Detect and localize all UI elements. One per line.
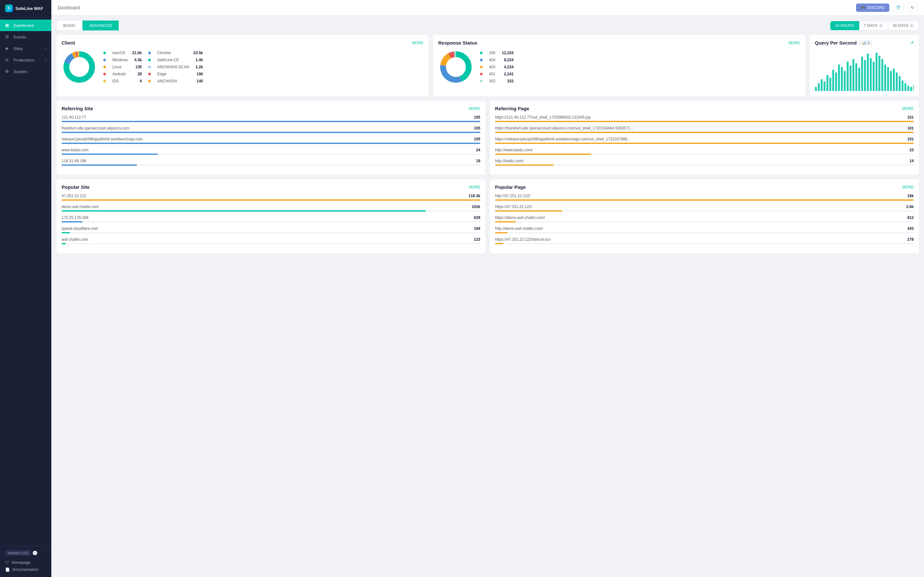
bar-fill xyxy=(61,164,137,166)
qps-chart xyxy=(815,49,914,91)
bar-label: www.baidu.com xyxy=(61,148,397,152)
qps-bar xyxy=(870,58,872,91)
events-nav-icon: ☰ xyxy=(5,34,10,39)
discord-label: DISCORD xyxy=(867,5,885,10)
qps-bar xyxy=(887,67,889,91)
bar-value: 123 xyxy=(474,237,480,242)
bar-label: release1ykoxjrt5l8hppd9xh6.workbenchapi.… xyxy=(61,137,397,141)
legend-value: 2,241 xyxy=(504,72,514,76)
shirt-icon-button[interactable]: 👕 xyxy=(893,3,903,13)
bar-row-header: https://frankfurt-sdk.openaccount.aliyun… xyxy=(495,126,914,131)
qps-bar xyxy=(901,81,903,91)
discord-button[interactable]: 🎮 DISCORD xyxy=(856,3,889,12)
time-24h[interactable]: 24 HOURS xyxy=(830,21,859,30)
legend-label: Windows xyxy=(112,58,128,62)
response-body: 20012,2244049,2244034,2244012,241302333 xyxy=(438,49,800,85)
referring-page-list: https://121.40.112.77/vul_shell_17200860… xyxy=(495,115,914,166)
sidebar-label-dashboard: Dashboard xyxy=(13,23,34,28)
bar-row-header: 118.31.68.198 19 xyxy=(61,159,480,163)
sidebar-item-system[interactable]: ⚙ System xyxy=(0,66,51,77)
discord-icon: 🎮 xyxy=(861,5,865,10)
sites-nav-icon: ◈ xyxy=(5,46,10,51)
legend-dot xyxy=(148,66,151,68)
bar-value: 2.6k xyxy=(906,205,914,209)
qps-bar xyxy=(824,81,825,91)
chevron-icon-protections: › xyxy=(45,58,46,62)
dashboard-content: BASIC ADVANCED 24 HOURS 7 DAYS i 30 DAYS… xyxy=(51,15,924,577)
bar-fill xyxy=(61,121,480,122)
sidebar-item-events[interactable]: ☰ Events xyxy=(0,31,51,43)
homepage-link[interactable]: 🛡 Homepage xyxy=(5,559,46,566)
30d-info-icon[interactable]: i xyxy=(909,23,914,28)
legend-item: Linux135 xyxy=(103,65,142,69)
legend-value: 1.2k xyxy=(195,65,203,69)
bar-fill xyxy=(61,143,480,144)
qps-bar xyxy=(841,67,843,91)
bar-label: frankfurt-sdk.openaccount.aliyuncs.com xyxy=(61,126,397,131)
qps-bar xyxy=(855,63,857,91)
logo-icon: S xyxy=(5,5,13,12)
legend-dot xyxy=(480,73,483,75)
bar-fill xyxy=(495,243,503,244)
popular-page-more[interactable]: MORE xyxy=(902,185,914,189)
bar-fill xyxy=(61,210,426,211)
referring-page-header: Referring Page MORE xyxy=(495,106,914,111)
legend-label: Android xyxy=(112,72,131,76)
topbar: Dashboard 🎮 DISCORD 👕 ↻ xyxy=(51,0,924,15)
sidebar-item-protections[interactable]: ⊙ Protections › xyxy=(0,54,51,66)
qps-bar xyxy=(896,73,898,91)
popular-site-title: Popular Site xyxy=(61,184,90,190)
refresh-icon-button[interactable]: ↻ xyxy=(907,3,918,13)
legend-label: macOS xyxy=(112,51,126,55)
version-info-icon[interactable]: i xyxy=(33,551,37,555)
sidebar-item-sites[interactable]: ◈ Sites › xyxy=(0,43,51,54)
bar-fill xyxy=(61,132,480,133)
legend-value: 4,224 xyxy=(504,65,514,69)
referring-page-more[interactable]: MORE xyxy=(902,106,914,111)
bar-track xyxy=(495,210,914,211)
sidebar: S SafeLine WAF ▦ Dashboard ☰ Events ◈ Si… xyxy=(0,0,51,577)
legend-value: 333 xyxy=(507,79,514,83)
qps-refresh-icon[interactable]: ↺ xyxy=(910,40,914,45)
tab-basic[interactable]: BASIC xyxy=(57,21,82,31)
bar-track xyxy=(61,153,480,155)
bar-track xyxy=(495,121,914,122)
referring-site-header: Referring Site MORE xyxy=(61,106,480,111)
bar-value: 102k xyxy=(472,205,480,209)
bar-value: 101 xyxy=(907,126,914,131)
bar-row: https://frankfurt-sdk.openaccount.aliyun… xyxy=(495,126,914,133)
popular-site-more[interactable]: MORE xyxy=(469,185,480,189)
time-30d[interactable]: 30 DAYS i xyxy=(888,21,919,30)
qps-badge: 📊 0 xyxy=(859,40,872,45)
bar-fill xyxy=(495,153,591,155)
legend-item: macOS21.0k xyxy=(103,51,142,55)
client-more[interactable]: MORE xyxy=(412,41,423,45)
sidebar-item-dashboard[interactable]: ▦ Dashboard xyxy=(0,19,51,31)
bar-track xyxy=(495,164,914,166)
7d-info-icon[interactable]: i xyxy=(879,23,883,28)
bar-row-header: https://demo.waf.chaitin.com/ 812 xyxy=(495,215,914,220)
client-legend: macOS21.0kWindows4.3kLinux135Android28iO… xyxy=(103,51,203,83)
docs-link[interactable]: 📄 Documentation xyxy=(5,566,46,573)
response-card: Response Status MORE 20012,2244049,22440… xyxy=(433,35,805,96)
popular-row: Popular Site MORE 47.251.22.122 116.3k d… xyxy=(57,179,919,253)
bar-fill xyxy=(495,143,914,144)
qps-bar xyxy=(838,64,840,91)
legend-item: ANCHASHI140 xyxy=(148,79,203,83)
qps-bar xyxy=(864,60,866,91)
bar-track xyxy=(61,143,480,144)
bar-track xyxy=(61,221,480,222)
legend-label: 200 xyxy=(489,51,495,55)
bar-track xyxy=(61,121,480,122)
legend-item: Windows4.3k xyxy=(103,58,142,62)
time-7d[interactable]: 7 DAYS i xyxy=(859,21,888,30)
bar-value: 19 xyxy=(476,159,480,163)
qps-bar xyxy=(913,85,914,91)
legend-dot xyxy=(148,59,151,61)
response-more[interactable]: MORE xyxy=(788,41,800,45)
referring-site-more[interactable]: MORE xyxy=(469,106,480,111)
sidebar-logo: S SafeLine WAF xyxy=(0,0,51,17)
tab-advanced[interactable]: ADVANCED xyxy=(82,21,119,31)
bar-row-header: demo.waf.chaitin.com 102k xyxy=(61,205,480,209)
legend-label: ANCHASHI xyxy=(157,79,190,83)
